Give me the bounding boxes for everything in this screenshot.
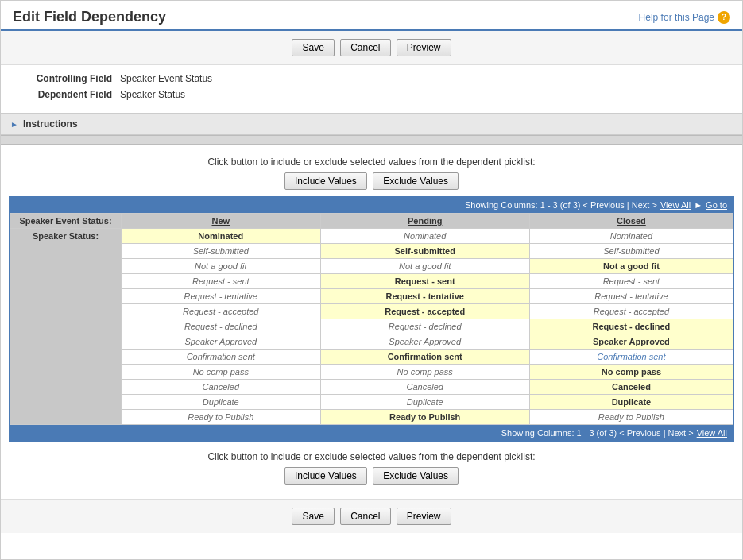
table-cell[interactable]: Request - accepted <box>529 304 733 319</box>
view-all-link-bottom[interactable]: View All <box>697 428 727 438</box>
col-header-new: New <box>122 214 321 229</box>
top-toolbar: Save Cancel Preview <box>1 31 742 65</box>
controlling-field-value: Speaker Event Status <box>120 73 212 84</box>
dependent-field-value: Speaker Status <box>120 89 185 100</box>
table-cell[interactable]: Confirmation sent <box>122 350 321 365</box>
controlling-field-label: Controlling Field <box>17 73 120 84</box>
table-cell[interactable]: Not a good fit <box>320 259 529 274</box>
instructions-arrow-icon: ► <box>10 120 18 129</box>
table-cell[interactable]: Nominated <box>122 229 321 244</box>
include-values-button-bottom[interactable]: Include Values <box>284 467 367 485</box>
row-header-cell: Speaker Event Status: <box>10 214 122 229</box>
preview-button-bottom[interactable]: Preview <box>397 508 451 525</box>
table-cell[interactable]: Request - declined <box>122 319 321 334</box>
table-cell[interactable]: Duplicate <box>122 395 321 410</box>
controlling-field-row: Controlling Field Speaker Event Status <box>17 73 726 84</box>
page-wrapper: Edit Field Dependency Help for this Page… <box>0 0 743 560</box>
showing-bar-bottom: Showing Columns: 1 - 3 (of 3) < Previous… <box>10 425 733 441</box>
table-cell[interactable]: Request - sent <box>122 274 321 289</box>
row-header-label: Speaker Event Status: <box>19 216 111 226</box>
table-cell[interactable]: Request - sent <box>320 274 529 289</box>
separator: ► <box>694 200 702 210</box>
help-icon: ? <box>718 11 730 24</box>
dependency-table: Speaker Event Status: New Pending Closed… <box>10 213 733 425</box>
table-cell[interactable]: Speaker Approved <box>529 334 733 350</box>
bottom-toolbar: Save Cancel Preview <box>1 499 742 533</box>
table-cell[interactable]: Speaker Approved <box>320 334 529 350</box>
table-cell[interactable]: Canceled <box>320 380 529 395</box>
table-cell[interactable]: Request - tentative <box>122 289 321 304</box>
include-values-button-top[interactable]: Include Values <box>284 172 367 190</box>
table-cell[interactable]: Not a good fit <box>122 259 321 274</box>
preview-button-top[interactable]: Preview <box>397 39 451 56</box>
table-cell[interactable]: Request - declined <box>529 319 733 334</box>
table-cell[interactable]: Ready to Publish <box>122 410 321 425</box>
view-all-link-top[interactable]: View All <box>660 200 691 210</box>
gray-divider <box>1 135 742 145</box>
help-label: Help for this Page <box>639 12 714 23</box>
instructions-bar[interactable]: ► Instructions <box>1 113 742 135</box>
table-cell[interactable]: Nominated <box>529 229 733 244</box>
page-header: Edit Field Dependency Help for this Page… <box>1 1 742 31</box>
exclude-values-button-top[interactable]: Exclude Values <box>373 172 459 190</box>
table-row: Speaker Status:NominatedNominatedNominat… <box>10 229 733 244</box>
table-cell[interactable]: Self-submitted <box>122 244 321 259</box>
table-cell[interactable]: No comp pass <box>122 365 321 380</box>
table-cell[interactable]: Nominated <box>320 229 529 244</box>
include-exclude-description-top: Click button to include or exclude selec… <box>9 156 734 168</box>
cancel-button-bottom[interactable]: Cancel <box>340 508 390 525</box>
col-header-closed: Closed <box>529 214 733 229</box>
table-cell[interactable]: Speaker Approved <box>122 334 321 350</box>
table-cell[interactable]: No comp pass <box>529 365 733 380</box>
include-exclude-top: Click button to include or exclude selec… <box>1 145 742 196</box>
table-cell[interactable]: Ready to Publish <box>529 410 733 425</box>
exclude-values-button-bottom[interactable]: Exclude Values <box>373 467 459 485</box>
table-cell[interactable]: Duplicate <box>320 395 529 410</box>
showing-text-bottom: Showing Columns: 1 - 3 (of 3) < Previous… <box>501 428 694 438</box>
save-button-top[interactable]: Save <box>292 39 334 56</box>
help-link[interactable]: Help for this Page ? <box>639 11 730 24</box>
showing-bar-top: Showing Columns: 1 - 3 (of 3) < Previous… <box>10 197 733 213</box>
table-cell[interactable]: Request - accepted <box>122 304 321 319</box>
table-cell[interactable]: Request - accepted <box>320 304 529 319</box>
field-info: Controlling Field Speaker Event Status D… <box>1 65 742 113</box>
table-cell[interactable]: Canceled <box>529 380 733 395</box>
save-button-bottom[interactable]: Save <box>292 508 334 525</box>
table-cell[interactable]: Confirmation sent <box>320 350 529 365</box>
go-to-link[interactable]: Go to <box>706 200 727 210</box>
dependency-table-container: Showing Columns: 1 - 3 (of 3) < Previous… <box>9 196 734 442</box>
col-header-pending: Pending <box>320 214 529 229</box>
table-cell[interactable]: Ready to Publish <box>320 410 529 425</box>
table-cell[interactable]: Request - sent <box>529 274 733 289</box>
instructions-label: Instructions <box>23 118 78 129</box>
table-cell[interactable]: Request - declined <box>320 319 529 334</box>
page-title: Edit Field Dependency <box>13 9 166 25</box>
table-cell[interactable]: Not a good fit <box>529 259 733 274</box>
table-cell[interactable]: Duplicate <box>529 395 733 410</box>
table-cell[interactable]: Request - tentative <box>320 289 529 304</box>
table-cell[interactable]: Request - tentative <box>529 289 733 304</box>
table-cell[interactable]: No comp pass <box>320 365 529 380</box>
dependent-field-row: Dependent Field Speaker Status <box>17 89 726 100</box>
dependent-field-label: Dependent Field <box>17 89 120 100</box>
include-exclude-description-bottom: Click button to include or exclude selec… <box>9 451 734 462</box>
table-cell[interactable]: Canceled <box>122 380 321 395</box>
table-cell[interactable]: Self-submitted <box>529 244 733 259</box>
showing-text-top: Showing Columns: 1 - 3 (of 3) < Previous… <box>465 200 657 210</box>
include-exclude-bottom: Click button to include or exclude selec… <box>1 442 742 491</box>
row-label-cell: Speaker Status: <box>10 229 122 425</box>
table-cell[interactable]: Self-submitted <box>320 244 529 259</box>
cancel-button-top[interactable]: Cancel <box>340 39 390 56</box>
table-cell[interactable]: Confirmation sent <box>529 350 733 365</box>
